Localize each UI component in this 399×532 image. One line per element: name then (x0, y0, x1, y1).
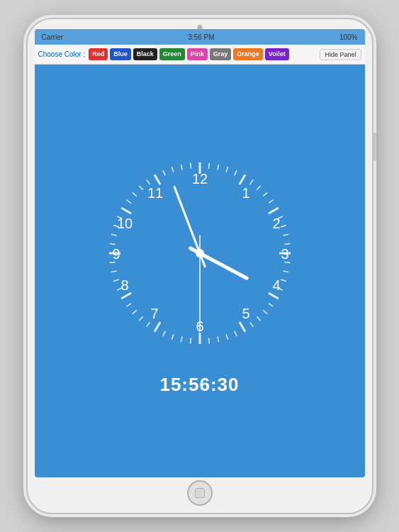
color-button-orange[interactable]: Orange (233, 48, 263, 60)
battery-label: 100% (339, 33, 358, 41)
svg-line-69 (172, 167, 173, 172)
svg-line-18 (249, 179, 253, 184)
clock-face: Generate tick marks via JS below 12 1 2 … (94, 147, 306, 360)
svg-line-45 (172, 334, 173, 340)
svg-line-56 (109, 262, 115, 262)
svg-line-34 (263, 310, 267, 314)
svg-line-55 (111, 270, 116, 272)
clock-svg: Generate tick marks via JS below 12 1 2 … (94, 147, 306, 360)
svg-line-13 (208, 162, 209, 168)
svg-line-35 (257, 316, 260, 321)
svg-line-64 (132, 192, 136, 196)
svg-text:11: 11 (147, 185, 162, 201)
side-button (373, 133, 376, 161)
color-button-red[interactable]: Red (89, 48, 108, 60)
ipad-screen: Carrier 3:56 PM 100% Choose Color : Red … (35, 29, 365, 477)
color-button-pink[interactable]: Pink (187, 48, 208, 60)
svg-line-52 (121, 293, 131, 299)
home-button[interactable] (187, 480, 213, 506)
choose-color-label: Choose Color : (38, 50, 86, 58)
svg-text:8: 8 (120, 277, 128, 293)
home-button-inner (195, 488, 205, 498)
color-button-black[interactable]: Black (133, 48, 157, 60)
svg-line-46 (162, 331, 164, 336)
svg-line-36 (249, 322, 253, 326)
svg-line-71 (190, 162, 191, 168)
svg-line-49 (139, 316, 142, 321)
svg-line-66 (146, 179, 150, 184)
svg-point-75 (196, 249, 204, 257)
svg-line-16 (234, 170, 236, 175)
svg-line-30 (281, 279, 286, 281)
svg-text:4: 4 (272, 277, 280, 293)
svg-line-29 (283, 270, 288, 272)
svg-line-54 (113, 279, 119, 281)
svg-line-62 (121, 208, 131, 214)
svg-line-19 (257, 185, 260, 189)
svg-line-48 (146, 322, 150, 326)
svg-text:7: 7 (150, 306, 158, 321)
svg-line-21 (269, 199, 273, 203)
svg-text:1: 1 (242, 185, 249, 201)
svg-line-20 (263, 192, 267, 196)
svg-line-37 (240, 321, 245, 331)
svg-line-59 (111, 234, 116, 235)
svg-line-25 (283, 234, 288, 235)
digital-time: 15:56:30 (159, 374, 239, 396)
svg-line-26 (284, 243, 290, 244)
color-panel: Choose Color : Red Blue Black Green Pink… (35, 45, 365, 65)
color-button-violet[interactable]: Voilet (265, 48, 289, 60)
hide-panel-button[interactable]: Hide Panel (320, 49, 361, 60)
svg-line-41 (208, 338, 209, 343)
svg-line-70 (181, 164, 182, 170)
svg-line-28 (284, 262, 290, 262)
svg-line-32 (268, 293, 278, 299)
svg-line-15 (226, 167, 227, 172)
svg-text:10: 10 (116, 216, 132, 231)
svg-line-51 (126, 303, 130, 306)
svg-line-33 (269, 303, 273, 306)
svg-line-22 (268, 208, 278, 214)
ipad-device: Carrier 3:56 PM 100% Choose Color : Red … (26, 18, 373, 514)
svg-line-39 (226, 334, 227, 340)
status-bar: Carrier 3:56 PM 100% (35, 29, 365, 45)
svg-line-47 (154, 321, 160, 331)
svg-line-14 (217, 164, 218, 170)
color-button-green[interactable]: Green (159, 48, 185, 60)
clock-area: Generate tick marks via JS below 12 1 2 … (35, 65, 365, 477)
time-label: 3:56 PM (188, 33, 214, 41)
svg-line-24 (281, 225, 286, 226)
svg-line-40 (217, 336, 218, 342)
color-button-gray[interactable]: Gray (210, 48, 232, 60)
svg-line-43 (190, 338, 191, 343)
camera (197, 25, 202, 30)
svg-line-63 (126, 199, 130, 203)
svg-line-68 (162, 170, 164, 175)
svg-text:5: 5 (242, 306, 249, 321)
color-button-blue[interactable]: Blue (110, 48, 131, 60)
svg-line-17 (240, 174, 245, 184)
carrier-label: Carrier (42, 33, 64, 41)
svg-line-38 (234, 331, 236, 336)
svg-line-50 (132, 310, 136, 314)
svg-line-67 (154, 174, 160, 184)
svg-line-58 (109, 243, 115, 244)
svg-line-65 (139, 185, 142, 189)
svg-line-44 (181, 336, 182, 342)
